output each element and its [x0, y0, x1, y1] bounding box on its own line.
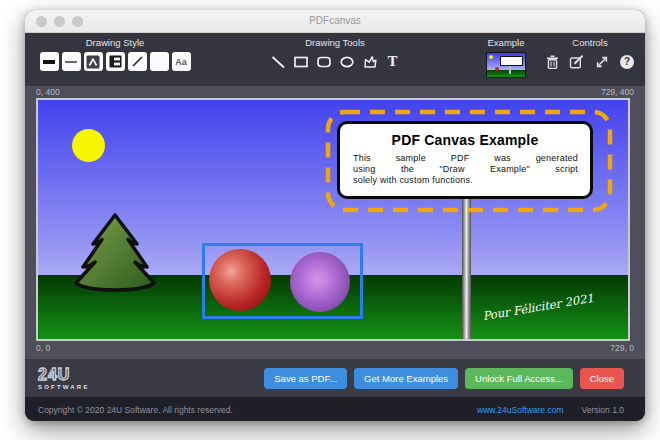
- sign-body-line: using the "Draw Example" script: [353, 164, 578, 175]
- arrowhead-icon: [86, 55, 100, 69]
- example-thumbnail-button[interactable]: [486, 52, 526, 78]
- diagonal-line-icon: [131, 55, 144, 68]
- save-as-pdf-button[interactable]: Save as PDF...: [264, 368, 347, 389]
- sign-title: PDF Canvas Example: [340, 132, 590, 148]
- line-slant-style-button[interactable]: [128, 52, 147, 71]
- sign-body: This sample PDF was generated using the …: [353, 153, 578, 186]
- drawing-tools-label: Drawing Tools: [265, 37, 405, 48]
- sign-body-line: solely with custom functions.: [353, 175, 578, 186]
- compose-icon: [569, 54, 585, 70]
- traffic-lights: [36, 16, 83, 27]
- example-label: Example: [480, 37, 532, 48]
- red-sphere-shape[interactable]: [209, 249, 271, 311]
- logo-name: 24U: [38, 367, 90, 383]
- polygon-tool-button[interactable]: [360, 52, 380, 71]
- sun-shape[interactable]: [72, 129, 105, 162]
- line-tool-button[interactable]: [268, 52, 288, 71]
- polygon-tool-icon: [362, 54, 378, 70]
- thick-line-style-button[interactable]: [40, 52, 59, 71]
- unlock-full-access-button[interactable]: Unlock Full Access...: [465, 368, 573, 389]
- ellipse-tool-icon: [339, 54, 355, 70]
- logo-subtitle: SOFTWARE: [38, 384, 90, 390]
- help-icon: ?: [619, 54, 635, 70]
- thumbnail-dot: [495, 67, 499, 71]
- help-button[interactable]: ?: [619, 52, 635, 71]
- drawing-style-label: Drawing Style: [38, 37, 192, 48]
- fullscreen-button[interactable]: [594, 52, 610, 71]
- coord-top-left: 0, 400: [36, 86, 60, 98]
- 24u-logo: 24U SOFTWARE: [38, 367, 90, 390]
- close-button[interactable]: Close: [580, 368, 624, 389]
- thumbnail-ground: [487, 70, 525, 77]
- version-text: Version 1.0: [581, 405, 624, 415]
- window-title: PDFcanvas: [25, 10, 645, 32]
- edit-script-button[interactable]: [569, 52, 585, 71]
- screenshot-root: PDFcanvas Drawing Style: [0, 0, 660, 440]
- website-link[interactable]: www.24uSoftware.com: [477, 405, 563, 415]
- coord-bottom-left: 0, 0: [36, 341, 50, 355]
- line-tool-icon: [270, 54, 286, 70]
- text-style-button[interactable]: Aa: [172, 52, 191, 71]
- fill-pattern-icon: [109, 55, 122, 68]
- titlebar: PDFcanvas: [25, 10, 645, 33]
- controls-group: Controls: [544, 37, 636, 71]
- zoom-window-button[interactable]: [72, 16, 83, 27]
- thin-line-icon: [65, 61, 77, 63]
- fill-pattern-style-button[interactable]: [106, 52, 125, 71]
- close-window-button[interactable]: [36, 16, 47, 27]
- drawing-tools-group: Drawing Tools: [265, 37, 405, 71]
- sign-body-line: This sample PDF was generated: [353, 153, 578, 164]
- arrowhead-style-button[interactable]: [84, 52, 103, 71]
- controls-label: Controls: [544, 37, 636, 48]
- pdfcanvas-window: PDFcanvas Drawing Style: [25, 10, 645, 421]
- toolbar: Drawing Style: [25, 33, 645, 86]
- coord-bottom-right: 729, 0: [610, 341, 634, 355]
- copyright-text: Copyright © 2020 24U Software. All right…: [38, 405, 233, 415]
- get-more-examples-button[interactable]: Get More Examples: [354, 368, 458, 389]
- drawing-style-group: Drawing Style: [38, 37, 192, 71]
- thin-line-style-button[interactable]: [62, 52, 81, 71]
- svg-text:?: ?: [624, 56, 630, 67]
- tree-shape[interactable]: [70, 212, 160, 294]
- action-bar: 24U SOFTWARE Save as PDF... Get More Exa…: [25, 359, 645, 397]
- thumbnail-sign: [500, 56, 523, 66]
- font-icon: Aa: [175, 57, 187, 67]
- rectangle-tool-icon: [293, 54, 309, 70]
- text-tool-icon: T: [388, 54, 398, 69]
- delete-button[interactable]: [545, 52, 560, 71]
- expand-arrows-icon: [594, 54, 610, 70]
- stage: 0, 400 729, 400: [25, 86, 645, 359]
- coord-top-right: 729, 400: [601, 86, 634, 98]
- minimize-window-button[interactable]: [54, 16, 65, 27]
- thick-line-icon: [43, 60, 55, 64]
- sign-pole-shape[interactable]: [462, 195, 471, 339]
- ellipse-tool-button[interactable]: [337, 52, 357, 71]
- sign-shape[interactable]: PDF Canvas Example This sample PDF was g…: [337, 121, 593, 199]
- thumbnail-sun: [489, 55, 493, 59]
- pdf-canvas[interactable]: Pour Féliciter 2021 PDF Canvas Example T…: [36, 98, 630, 341]
- fill-color-style-button[interactable]: [150, 52, 169, 71]
- text-tool-button[interactable]: T: [383, 52, 403, 71]
- rounded-rectangle-tool-icon: [316, 54, 332, 70]
- example-group: Example: [480, 37, 532, 78]
- rectangle-tool-button[interactable]: [291, 52, 311, 71]
- trash-icon: [545, 54, 560, 70]
- purple-sphere-shape[interactable]: [290, 252, 350, 312]
- footer: Copyright © 2020 24U Software. All right…: [25, 397, 645, 421]
- rounded-rectangle-tool-button[interactable]: [314, 52, 334, 71]
